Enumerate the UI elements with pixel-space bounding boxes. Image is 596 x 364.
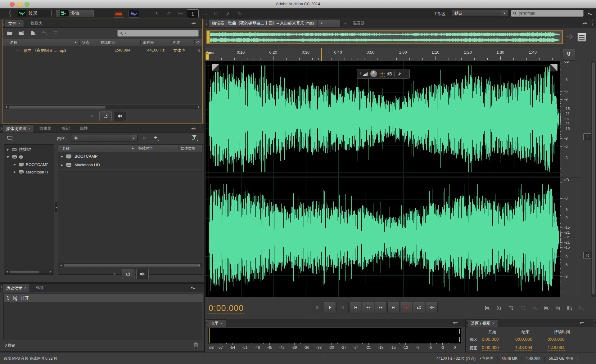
panel-grip[interactable]: [206, 20, 207, 26]
view-duration-value[interactable]: 1:48.094: [548, 345, 565, 351]
column-channels[interactable]: 声道: [173, 40, 180, 45]
auto-play-button[interactable]: [136, 269, 149, 279]
tab-mixer[interactable]: 混音器: [350, 19, 368, 27]
media-row-macintosh-hd[interactable]: ▶ Macintosh HD: [58, 161, 202, 170]
panel-menu-icon[interactable]: ▾≡: [191, 285, 195, 290]
chevron-down-icon[interactable]: ▼: [317, 20, 326, 27]
files-list-header[interactable]: 名称 ▲ 状态 持续时间 采样率 声道 位: [3, 39, 202, 46]
column-duration[interactable]: 持续时间: [138, 146, 153, 151]
content-dropdown[interactable]: 卷 ▼: [71, 135, 138, 142]
auto-play-button[interactable]: [114, 111, 126, 121]
files-horizontal-scrollbar[interactable]: ◀ ▶: [4, 105, 201, 109]
tab-properties[interactable]: 属性: [77, 124, 91, 133]
panel-menu-icon[interactable]: ▾≡: [588, 11, 592, 16]
column-divider[interactable]: [98, 40, 98, 45]
play-button[interactable]: [108, 269, 121, 279]
playhead-pin[interactable]: [205, 52, 209, 60]
panel-grip[interactable]: [3, 20, 4, 26]
channel-layout-icon[interactable]: [577, 33, 586, 42]
back-arrow-icon[interactable]: ⬅: [142, 135, 146, 140]
panel-grip[interactable]: [594, 320, 594, 326]
fast-forward-button[interactable]: [375, 302, 387, 313]
tab-effects-rack[interactable]: 效果组: [36, 124, 55, 133]
selection-end-value[interactable]: 0:00.000: [515, 337, 532, 342]
close-icon[interactable]: ×: [220, 321, 223, 326]
timeline-ruler[interactable]: hms 0:100:200:300:400:501:001:101:201:30…: [205, 48, 560, 61]
column-divider[interactable]: [178, 145, 178, 151]
hud-grip[interactable]: [360, 71, 361, 77]
zoom-in-right-edge-button[interactable]: [553, 303, 564, 313]
overview-playhead-handle[interactable]: [207, 31, 210, 43]
column-divider[interactable]: [140, 40, 141, 45]
close-icon[interactable]: ×: [24, 286, 26, 290]
panel-menu-icon[interactable]: ▾≡: [191, 126, 196, 131]
scroll-left-icon[interactable]: ◀: [4, 105, 8, 109]
skip-to-start-button[interactable]: [349, 302, 361, 313]
column-divider[interactable]: [79, 40, 80, 45]
zoom-reset-vertical-button[interactable]: [576, 303, 587, 313]
column-divider[interactable]: [136, 145, 136, 151]
pin-icon[interactable]: [397, 72, 401, 76]
time-display[interactable]: 0:00.000: [209, 303, 244, 314]
skip-selection-button[interactable]: [426, 302, 438, 313]
view-start-value[interactable]: 0:00.000: [482, 345, 499, 351]
overview-waveform[interactable]: [208, 31, 562, 43]
panel-grip[interactable]: [592, 20, 593, 26]
toolbar-grip[interactable]: [9, 10, 11, 17]
tree-collapse-handle[interactable]: ◀: [55, 201, 58, 213]
pause-button[interactable]: [336, 302, 349, 313]
media-list[interactable]: 名称 ▲ 持续时间 媒体类型 ▶ BOOTCAMP ▶ Macintosh HD…: [58, 144, 203, 275]
overview-strip[interactable]: [206, 30, 563, 44]
stop-button[interactable]: [311, 302, 323, 313]
column-samplerate[interactable]: 采样率: [143, 40, 154, 45]
sort-ascending-icon[interactable]: ▲: [74, 41, 77, 43]
scrollbar-thumb[interactable]: [63, 264, 201, 267]
new-file-icon[interactable]: [30, 30, 37, 36]
history-item-open[interactable]: 打开: [4, 294, 203, 302]
fade-in-handle[interactable]: [212, 64, 219, 71]
column-media-type[interactable]: 媒体类型: [181, 146, 196, 151]
tab-markers[interactable]: 标记: [59, 124, 73, 133]
tab-video[interactable]: 视频: [33, 284, 47, 292]
zoom-to-selection-button[interactable]: [564, 303, 576, 313]
history-list[interactable]: 打开: [3, 294, 202, 340]
marquee-selection-tool[interactable]: [199, 9, 210, 17]
spectral-display-button[interactable]: [114, 10, 124, 18]
play-button[interactable]: [86, 111, 98, 121]
media-list-header[interactable]: 名称 ▲ 持续时间 媒体类型: [58, 145, 202, 152]
column-name[interactable]: 名称: [62, 146, 70, 151]
gain-knob[interactable]: [370, 70, 377, 78]
snap-toggle-button[interactable]: [562, 49, 575, 61]
loop-playback-button[interactable]: [99, 111, 112, 121]
spot-healing-brush-tool[interactable]: [234, 9, 245, 17]
zoom-reset-button[interactable]: [529, 303, 540, 313]
level-meter[interactable]: [208, 328, 461, 344]
tree-item-macintosh-hd[interactable]: ▶ Macintosh HD: [14, 168, 48, 176]
tab-editor[interactable]: 编辑器：歌曲《夜的钢琴曲二十四》– 来自虾米音乐 .mp3 ▼: [209, 19, 341, 27]
disclosure-collapsed-icon[interactable]: ▶: [61, 164, 64, 167]
playhead-line[interactable]: [209, 61, 209, 297]
disclosure-collapsed-icon[interactable]: ▶: [61, 155, 64, 158]
time-selection-tool[interactable]: [187, 9, 199, 18]
scrollbar-thumb[interactable]: [8, 106, 106, 109]
amplitude-scale[interactable]: dB-3-3-6-6-9-9-15-15-21-21- ∞dB-3-3-6-6-…: [560, 61, 581, 297]
zoom-in-time-button[interactable]: [505, 303, 517, 313]
razor-tool[interactable]: [163, 9, 174, 17]
column-duration[interactable]: 持续时间: [101, 40, 115, 45]
column-bits[interactable]: 位: [196, 40, 200, 45]
insert-into-multitrack-icon[interactable]: [41, 30, 49, 36]
tab-levels[interactable]: 电平 ×: [207, 319, 226, 327]
zoom-in-left-edge-button[interactable]: [541, 303, 552, 313]
fade-out-handle[interactable]: [550, 64, 558, 71]
panel-grip[interactable]: [206, 320, 207, 326]
media-row-bootcamp[interactable]: ▶ BOOTCAMP: [58, 152, 202, 161]
media-horizontal-scrollbar[interactable]: ◀ ▶: [59, 263, 202, 267]
waveform-display-button[interactable]: [129, 10, 139, 18]
move-tool[interactable]: [151, 9, 163, 17]
tab-media-browser[interactable]: 媒体浏览器 ×: [3, 124, 34, 133]
sort-ascending-icon[interactable]: ▲: [132, 146, 134, 149]
waveform-display[interactable]: +0 dB: [205, 61, 560, 297]
close-icon[interactable]: ×: [18, 21, 20, 26]
scroll-left-icon[interactable]: ◀: [59, 263, 63, 267]
media-tree[interactable]: ▶ 快捷键 ▼ 卷 ▶ BOOTCAMP ▶ Macintosh HD ◀: [4, 144, 54, 275]
